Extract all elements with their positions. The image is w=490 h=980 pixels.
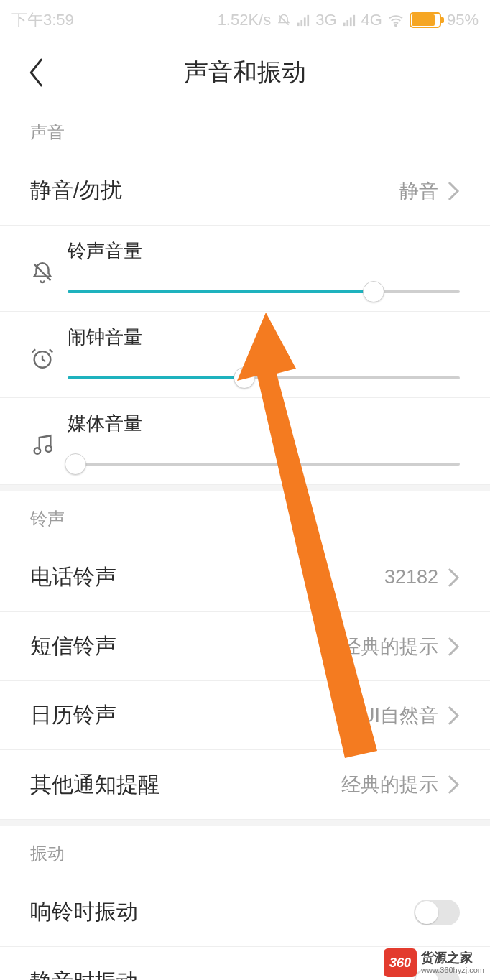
vibrate-on-ring-label: 响铃时振动 bbox=[30, 897, 414, 927]
vibrate-on-ring-row: 响铃时振动 bbox=[0, 878, 490, 947]
chevron-right-icon bbox=[447, 774, 460, 795]
page-title: 声音和振动 bbox=[0, 56, 490, 89]
section-header-sound: 声音 bbox=[0, 105, 490, 157]
battery-pct: 95% bbox=[447, 11, 479, 29]
other-ringtone-row[interactable]: 其他通知提醒 经典的提示 bbox=[0, 750, 490, 819]
svg-rect-4 bbox=[308, 15, 310, 26]
phone-ringtone-value: 32182 bbox=[384, 566, 438, 588]
ring-volume-row: 铃声音量 bbox=[0, 226, 490, 312]
signal-icon bbox=[297, 14, 310, 27]
ring-volume-label: 铃声音量 bbox=[68, 239, 460, 264]
chevron-right-icon bbox=[447, 567, 460, 588]
alarm-volume-slider[interactable] bbox=[68, 367, 460, 389]
battery-icon bbox=[410, 12, 441, 28]
sms-ringtone-row[interactable]: 短信铃声 经典的提示 bbox=[0, 612, 490, 681]
svg-rect-3 bbox=[304, 17, 306, 26]
vibrate-on-silent-label: 静音时振动 bbox=[30, 967, 414, 981]
svg-rect-5 bbox=[343, 23, 345, 26]
phone-ringtone-row[interactable]: 电话铃声 32182 bbox=[0, 543, 490, 612]
status-net-3g: 3G bbox=[315, 11, 336, 29]
calendar-ringtone-row[interactable]: 日历铃声 MIUI自然音 bbox=[0, 681, 490, 750]
svg-point-12 bbox=[34, 448, 41, 454]
ring-volume-slider[interactable] bbox=[68, 281, 460, 302]
section-header-vibration: 振动 bbox=[0, 826, 490, 878]
svg-point-13 bbox=[45, 445, 52, 452]
ring-mute-icon bbox=[30, 260, 60, 287]
mute-icon bbox=[277, 13, 291, 27]
calendar-ringtone-value: MIUI自然音 bbox=[339, 703, 438, 729]
other-ringtone-label: 其他通知提醒 bbox=[30, 770, 341, 800]
calendar-ringtone-label: 日历铃声 bbox=[30, 701, 339, 730]
media-volume-row: 媒体音量 bbox=[0, 398, 490, 484]
wifi-icon bbox=[388, 14, 404, 27]
silent-dnd-value: 静音 bbox=[399, 178, 438, 204]
chevron-right-icon bbox=[447, 705, 460, 726]
silent-dnd-label: 静音/勿扰 bbox=[30, 176, 399, 205]
sms-ringtone-value: 经典的提示 bbox=[341, 634, 438, 660]
alarm-volume-row: 闹钟音量 bbox=[0, 312, 490, 398]
sms-ringtone-label: 短信铃声 bbox=[30, 632, 341, 661]
signal-icon-2 bbox=[343, 14, 356, 27]
back-button[interactable] bbox=[11, 47, 62, 98]
status-speed: 1.52K/s bbox=[218, 11, 272, 29]
alarm-clock-icon bbox=[30, 346, 60, 374]
music-note-icon bbox=[30, 433, 60, 460]
status-bar: 下午3:59 1.52K/s 3G 4G 95% bbox=[0, 0, 490, 40]
section-header-ringtone: 铃声 bbox=[0, 491, 490, 543]
alarm-volume-label: 闹钟音量 bbox=[68, 325, 460, 350]
other-ringtone-value: 经典的提示 bbox=[341, 772, 438, 798]
vibrate-on-ring-toggle[interactable] bbox=[414, 900, 460, 925]
watermark-badge: 360 bbox=[384, 948, 417, 977]
svg-rect-2 bbox=[301, 20, 303, 26]
media-volume-slider[interactable] bbox=[68, 453, 460, 475]
watermark-url: www.360hyzj.com bbox=[421, 966, 484, 974]
watermark: 360 货源之家 www.360hyzj.com bbox=[384, 948, 484, 977]
svg-rect-8 bbox=[353, 15, 355, 26]
phone-ringtone-label: 电话铃声 bbox=[30, 563, 384, 592]
status-net-4g: 4G bbox=[361, 11, 382, 29]
svg-rect-6 bbox=[346, 20, 348, 26]
silent-dnd-row[interactable]: 静音/勿扰 静音 bbox=[0, 157, 490, 226]
watermark-name: 货源之家 bbox=[421, 951, 484, 966]
media-volume-label: 媒体音量 bbox=[68, 411, 460, 436]
status-time: 下午3:59 bbox=[11, 9, 74, 31]
svg-rect-1 bbox=[297, 23, 300, 26]
page-header: 声音和振动 bbox=[0, 40, 490, 105]
chevron-right-icon bbox=[447, 180, 460, 202]
svg-point-9 bbox=[395, 24, 397, 26]
svg-rect-7 bbox=[349, 17, 351, 26]
chevron-right-icon bbox=[447, 636, 460, 657]
